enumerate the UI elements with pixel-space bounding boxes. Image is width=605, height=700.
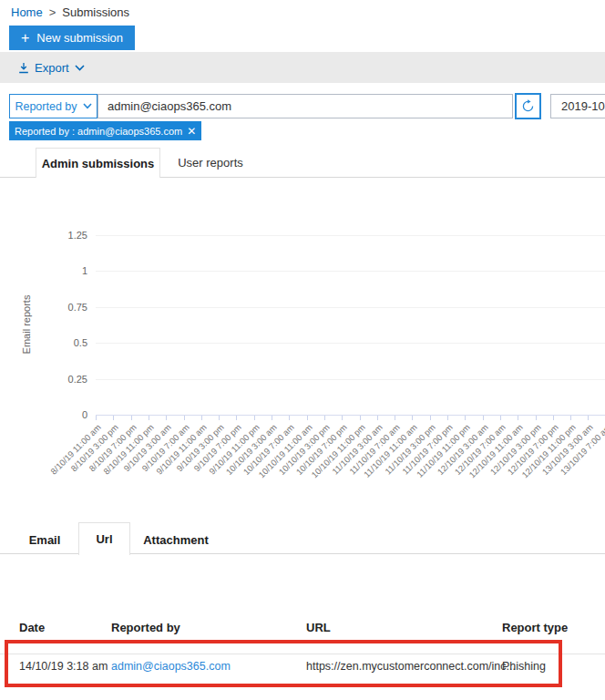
x-tick-label: 12/10/19 3:00 am bbox=[393, 422, 490, 520]
x-tick-label: 10/10/19 7:00 am bbox=[199, 422, 296, 520]
x-tick-label: 11/10/19 11:00 pm bbox=[374, 422, 472, 520]
x-tick-label: 13/10/19 7:00 am bbox=[516, 422, 605, 520]
x-tick bbox=[412, 416, 413, 420]
x-tick-label: 9/10/19 3:00 pm bbox=[128, 422, 226, 520]
gridline bbox=[96, 271, 605, 272]
column-header-reported-by[interactable]: Reported by bbox=[111, 621, 180, 634]
x-tick-label: 13/10/19 3:00 am bbox=[497, 422, 595, 520]
tab-user-reports[interactable]: User reports bbox=[160, 148, 261, 177]
x-tick-label: 9/10/19 11:00 pm bbox=[164, 422, 261, 520]
tab-admin-submissions[interactable]: Admin submissions bbox=[36, 148, 160, 178]
x-tick-label: 9/10/19 7:00 am bbox=[94, 422, 191, 520]
x-tick-label: 12/10/19 11:00 am bbox=[427, 422, 525, 520]
x-tick-label: 8/10/19 7:00 pm bbox=[41, 422, 138, 520]
x-tick-label: 11/10/19 7:00 pm bbox=[357, 422, 455, 520]
x-tick bbox=[553, 416, 554, 420]
x-tick bbox=[342, 416, 343, 420]
x-tick bbox=[518, 416, 518, 420]
x-tick-label: 10/10/19 3:00 pm bbox=[234, 422, 332, 520]
x-tick-label: 10/10/19 11:00 pm bbox=[270, 422, 367, 520]
x-tick bbox=[588, 416, 589, 420]
x-tick bbox=[166, 416, 167, 420]
breadcrumb-separator: > bbox=[49, 5, 56, 19]
export-button[interactable]: Export bbox=[18, 61, 85, 75]
filter-chip-label: Reported by : admin@ciaops365.com bbox=[15, 126, 182, 137]
cell-reported-by[interactable]: admin@ciaops365.com bbox=[111, 660, 231, 673]
x-tick bbox=[184, 416, 185, 420]
x-tick bbox=[465, 416, 466, 420]
x-tick bbox=[324, 416, 325, 420]
x-tick-label: 12/10/19 7:00 am bbox=[410, 422, 508, 520]
start-date-input[interactable] bbox=[550, 94, 605, 118]
x-tick bbox=[360, 416, 361, 420]
y-tick-label: 1.25 bbox=[55, 230, 87, 241]
x-tick-label: 9/10/19 11:00 am bbox=[111, 422, 209, 520]
x-tick bbox=[570, 416, 571, 420]
x-tick-label: 12/10/19 7:00 pm bbox=[463, 422, 560, 520]
x-tick-label: 10/10/19 3:00 am bbox=[181, 422, 279, 520]
tab-user-reports-label: User reports bbox=[178, 156, 243, 170]
gridline bbox=[96, 415, 605, 416]
x-tick bbox=[430, 416, 431, 420]
breadcrumb-current: Submissions bbox=[62, 5, 129, 19]
x-tick bbox=[149, 416, 149, 420]
gridline bbox=[96, 379, 605, 380]
x-tick bbox=[289, 416, 290, 420]
cell-date: 14/10/19 3:18 am bbox=[19, 660, 108, 673]
x-tick bbox=[131, 416, 132, 420]
x-tick bbox=[272, 416, 272, 420]
chevron-down-icon bbox=[83, 103, 92, 109]
x-tick-label: 11/10/19 11:00 am bbox=[322, 422, 419, 520]
submissions-tabbar: Admin submissions User reports bbox=[0, 148, 605, 178]
close-icon[interactable]: ✕ bbox=[187, 125, 196, 138]
x-tick bbox=[96, 416, 97, 420]
y-tick-label: 0 bbox=[55, 409, 87, 420]
tab-url[interactable]: Url bbox=[78, 522, 130, 555]
export-toolbar: Export bbox=[0, 52, 605, 83]
y-tick-label: 1 bbox=[55, 265, 87, 276]
breadcrumb-home-link[interactable]: Home bbox=[11, 5, 43, 19]
y-tick-label: 0.5 bbox=[55, 337, 87, 348]
plus-icon: + bbox=[21, 31, 29, 46]
x-tick bbox=[377, 416, 378, 420]
y-tick-label: 0.75 bbox=[55, 302, 87, 313]
tab-admin-submissions-label: Admin submissions bbox=[42, 157, 155, 170]
x-tick-label: 8/10/19 3:00 pm bbox=[23, 422, 120, 520]
x-tick-label: 11/10/19 7:00 am bbox=[304, 422, 402, 520]
export-label: Export bbox=[35, 61, 69, 75]
new-submission-button[interactable]: + New submission bbox=[9, 26, 135, 50]
filter-query-input[interactable] bbox=[97, 94, 513, 118]
x-tick bbox=[254, 416, 255, 420]
tab-attachment[interactable]: Attachment bbox=[137, 526, 215, 554]
x-tick bbox=[483, 416, 484, 420]
new-submission-label: New submission bbox=[36, 31, 123, 45]
x-tick bbox=[201, 416, 202, 420]
tab-email-label: Email bbox=[29, 533, 61, 547]
filter-field-label: Reported by bbox=[15, 100, 77, 113]
y-tick-label: 0.25 bbox=[55, 374, 87, 385]
x-tick bbox=[395, 416, 395, 420]
download-icon bbox=[18, 62, 29, 74]
gridline bbox=[96, 307, 605, 308]
column-header-url[interactable]: URL bbox=[306, 621, 331, 634]
column-header-date[interactable]: Date bbox=[19, 621, 45, 634]
y-axis-title: Email reports bbox=[21, 283, 34, 365]
active-filter-chip[interactable]: Reported by : admin@ciaops365.com ✕ bbox=[9, 121, 201, 140]
refresh-button[interactable] bbox=[515, 93, 541, 119]
gridline bbox=[96, 343, 605, 344]
x-tick-label: 8/10/19 11:00 am bbox=[5, 422, 103, 520]
tab-email[interactable]: Email bbox=[18, 526, 71, 554]
column-header-report-type[interactable]: Report type bbox=[502, 621, 568, 634]
detail-tabbar: Email Url Attachment bbox=[0, 526, 605, 554]
tab-url-label: Url bbox=[96, 532, 112, 546]
filter-field-dropdown[interactable]: Reported by bbox=[9, 94, 97, 118]
x-tick bbox=[500, 416, 501, 420]
refresh-icon bbox=[521, 99, 535, 113]
breadcrumb: Home > Submissions bbox=[11, 5, 129, 19]
x-tick-label: 9/10/19 7:00 pm bbox=[146, 422, 243, 520]
chevron-down-icon bbox=[75, 65, 85, 71]
x-tick bbox=[236, 416, 237, 420]
reported-by-link[interactable]: admin@ciaops365.com bbox=[111, 660, 231, 673]
x-tick-label: 9/10/19 3:00 am bbox=[76, 422, 173, 520]
x-tick-label: 11/10/19 3:00 pm bbox=[340, 422, 437, 520]
